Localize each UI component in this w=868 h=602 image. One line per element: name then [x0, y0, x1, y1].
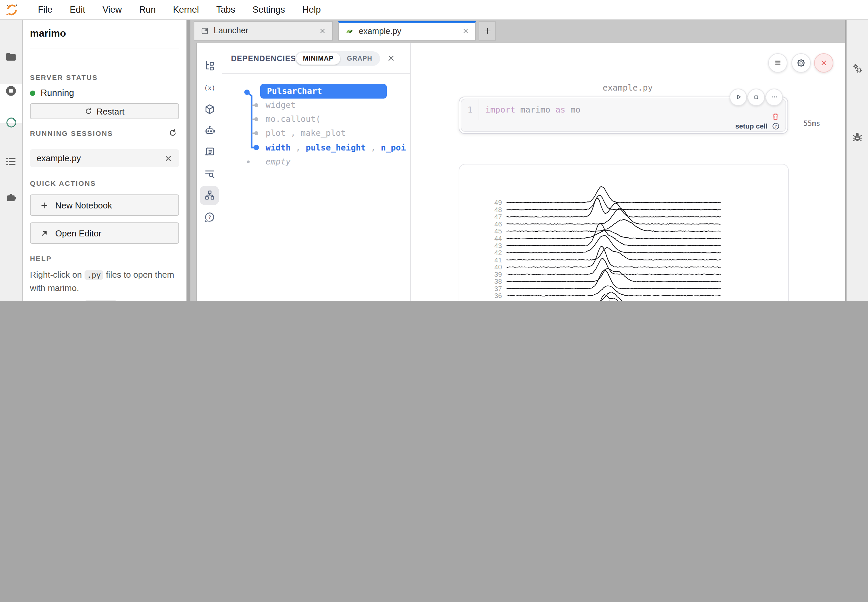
new-notebook-button[interactable]: New Notebook [30, 195, 179, 216]
svg-text:39: 39 [494, 271, 502, 278]
restart-button[interactable]: Restart [30, 103, 179, 119]
notebook-menu-button[interactable] [768, 53, 787, 72]
variables-icon: (x) [203, 81, 216, 94]
tree-node-pulsarchart[interactable]: PulsarChart [260, 84, 387, 98]
svg-text:(x): (x) [204, 84, 215, 91]
menu-run[interactable]: Run [130, 0, 164, 19]
open-editor-button[interactable]: Open Editor [30, 223, 179, 244]
property-inspector-tab[interactable] [847, 61, 868, 77]
file-tree-icon [203, 60, 215, 72]
marimo-leaf-icon [345, 26, 354, 35]
divider [30, 49, 179, 49]
close-tab-icon[interactable] [462, 27, 469, 35]
tree-node-callout[interactable]: mo.callout( [265, 112, 321, 126]
menu-edit[interactable]: Edit [61, 0, 94, 19]
menu-bar: File Edit View Run Kernel Tabs Settings … [0, 0, 868, 20]
marimo-ring-icon [4, 116, 18, 129]
running-kernels-tab[interactable] [0, 83, 22, 98]
svg-text:43: 43 [494, 242, 502, 249]
session-name: example.py [37, 153, 81, 163]
run-cell-button[interactable] [730, 88, 747, 106]
debugger-tab[interactable] [847, 129, 868, 145]
folder-icon [5, 50, 17, 63]
snippets-button[interactable] [197, 165, 222, 182]
stop-square-icon [752, 93, 760, 101]
notebook-settings-button[interactable] [791, 53, 811, 72]
menu-view[interactable]: View [94, 0, 130, 19]
help-button[interactable]: ? [197, 208, 222, 226]
svg-text:44: 44 [494, 235, 502, 242]
dependencies-button[interactable] [197, 186, 222, 203]
tree-node-widget[interactable]: widget [265, 98, 296, 112]
list-icon [5, 155, 17, 167]
gears-icon [851, 62, 864, 75]
dependencies-panel: DEPENDENCIES MINIMAP GRAPH [222, 43, 411, 301]
close-tab-icon[interactable] [319, 27, 326, 34]
variables-button[interactable]: (x) [197, 79, 222, 96]
help-circle-icon: ? [203, 211, 215, 223]
svg-text:40: 40 [494, 263, 502, 271]
robot-icon [203, 124, 215, 136]
setup-help-icon[interactable]: ? [771, 121, 780, 130]
scroll-icon [203, 146, 215, 158]
tree-node-empty[interactable]: empty [265, 155, 291, 169]
server-status-heading: SERVER STATUS [30, 73, 98, 81]
table-of-contents-tab[interactable] [0, 153, 22, 169]
code-content[interactable]: import marimo as mo [485, 104, 580, 114]
svg-text:36: 36 [494, 292, 502, 299]
svg-text:45: 45 [494, 227, 502, 235]
arrow-up-right-icon [40, 229, 49, 237]
packages-button[interactable] [197, 100, 222, 118]
close-session-icon[interactable] [164, 154, 172, 162]
help-heading: HELP [30, 254, 52, 263]
hamburger-icon [773, 58, 783, 68]
menu-settings[interactable]: Settings [244, 0, 294, 19]
app-window: File Edit View Run Kernel Tabs Settings … [0, 0, 868, 301]
tree-node-width-pulse-height[interactable]: width , pulse_height , n_poi [265, 140, 406, 154]
stop-circle-icon [5, 84, 17, 97]
status-dot [30, 90, 35, 95]
quick-actions-heading: QUICK ACTIONS [30, 179, 96, 187]
shutdown-button[interactable] [814, 53, 833, 72]
plus-icon [40, 201, 49, 209]
svg-text:42: 42 [494, 249, 502, 256]
svg-text:49: 49 [494, 199, 502, 206]
menu-kernel[interactable]: Kernel [164, 0, 208, 19]
close-x-icon [819, 58, 828, 67]
help-text-py: Right-click on .py files to open them wi… [30, 268, 181, 294]
svg-text:?: ? [775, 124, 777, 128]
logs-button[interactable] [197, 143, 222, 160]
menu-tabs[interactable]: Tabs [208, 0, 244, 19]
stop-cell-button[interactable] [747, 88, 765, 106]
new-tab-button[interactable] [478, 21, 496, 40]
hierarchy-icon [203, 189, 215, 201]
help-text-ipynb: Right-click on .ipynb files to convert t… [30, 298, 181, 301]
marimo-sidebar: marimo SERVER STATUS Running Restart RUN… [23, 19, 187, 301]
notebook-panel: (x) ? DEPENDENCIES MINIMAP GRAPH [196, 42, 845, 301]
chart-output-card: Pulse Number0123456789101112131415161718… [459, 164, 789, 301]
extensions-tab[interactable] [0, 189, 22, 205]
notebook-icon-strip: (x) ? [197, 43, 222, 301]
marimo-panel-tab[interactable] [0, 115, 22, 131]
refresh-sessions-icon[interactable] [169, 129, 177, 137]
right-activity-bar [846, 19, 868, 301]
ai-assistant-button[interactable] [197, 121, 222, 139]
menu-file[interactable]: File [29, 0, 61, 19]
tree-node-plot[interactable]: plot , make_plot [265, 126, 346, 140]
menu-help[interactable]: Help [294, 0, 330, 19]
sidebar-title: marimo [30, 27, 66, 38]
launcher-icon [200, 26, 209, 35]
setup-cell-label: setup cell [735, 122, 767, 130]
file-tree-button[interactable] [197, 57, 222, 74]
tab-example-py[interactable]: example.py [338, 21, 476, 40]
tab-launcher[interactable]: Launcher [194, 21, 333, 40]
file-browser-tab[interactable] [0, 49, 22, 64]
cell-runtime: 55ms [804, 119, 820, 127]
running-sessions-heading: RUNNING SESSIONS [30, 129, 113, 137]
svg-text:?: ? [208, 214, 211, 220]
list-search-icon [203, 167, 215, 180]
svg-text:47: 47 [494, 213, 502, 220]
cell-more-button[interactable] [765, 88, 783, 106]
dependency-tree-connector [222, 43, 410, 176]
session-item[interactable]: example.py [30, 149, 179, 167]
